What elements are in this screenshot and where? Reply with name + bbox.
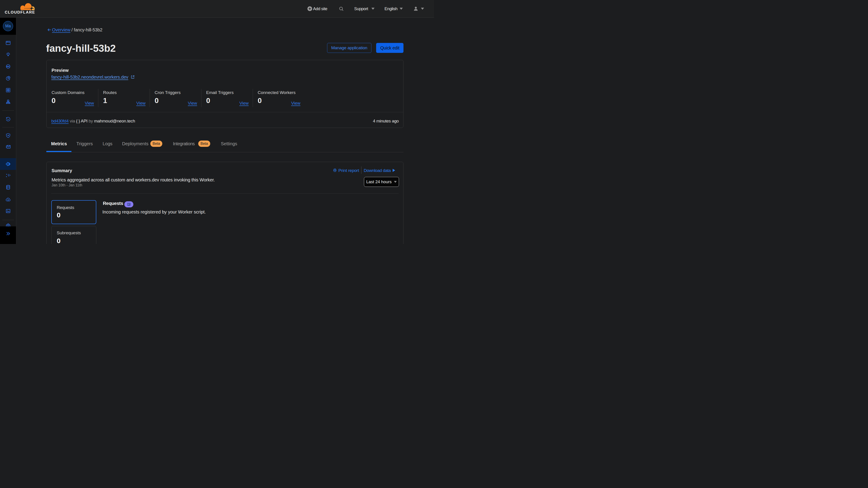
svg-text:www.: www. <box>6 66 9 67</box>
svg-text:CLOUDFLARE: CLOUDFLARE <box>5 10 35 14</box>
